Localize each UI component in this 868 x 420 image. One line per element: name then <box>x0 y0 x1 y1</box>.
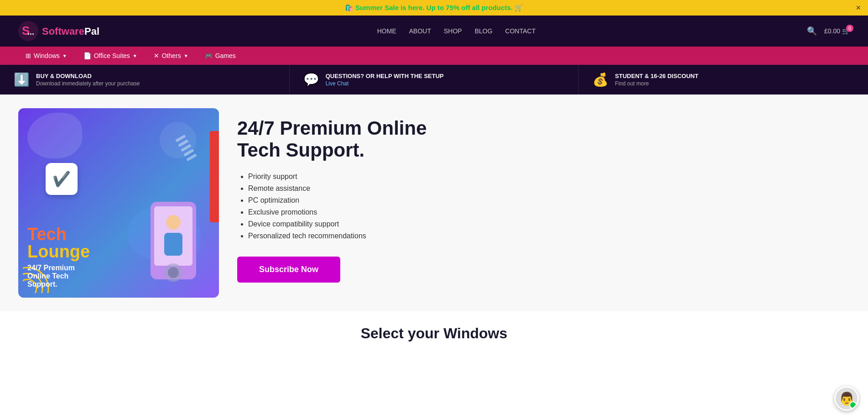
discount-icon: 💰 <box>593 72 608 87</box>
blob-decoration-1 <box>27 113 82 158</box>
info-discount-subtitle: Find out more <box>615 80 698 87</box>
feature-remote: Remote assistance <box>248 184 850 193</box>
chevron-down-icon: ▼ <box>133 53 137 58</box>
hero-title-tech: Tech <box>27 226 210 243</box>
hero-title-lounge: Lounge <box>27 243 210 260</box>
info-student-discount: 💰 STUDENT & 16-26 DISCOUNT Find out more <box>579 65 868 94</box>
banner-text: 🛍️ Summer Sale is here. Up to 75% off al… <box>345 4 523 12</box>
banner-close-button[interactable]: × <box>856 3 861 13</box>
games-icon: 🎮 <box>205 52 213 59</box>
info-buy-download: ⬇️ BUY & DOWNLOAD Download immediately a… <box>0 65 290 94</box>
subscribe-now-button[interactable]: Subscribe Now <box>237 257 340 283</box>
feature-tech-rec: Personalized tech recommendations <box>248 232 850 240</box>
logo-icon: S ... <box>18 21 38 41</box>
chevron-down-icon: ▼ <box>62 53 67 58</box>
cart-price: £0.00 <box>824 27 840 35</box>
info-buy-title: BUY & DOWNLOAD <box>36 73 140 79</box>
windows-icon: ⊞ <box>26 52 31 59</box>
others-icon: ✕ <box>154 52 159 59</box>
header-right: 🔍 £0.00 🛒 0 <box>807 26 850 36</box>
nav-about[interactable]: ABOUT <box>409 27 431 35</box>
hero-subtitle: 24/7 PremiumOnline TechSupport. <box>27 264 210 289</box>
nav-shop[interactable]: SHOP <box>444 27 462 35</box>
info-buy-text: BUY & DOWNLOAD Download immediately afte… <box>36 73 140 87</box>
hero-image: ✔️ Tech Lounge 24/7 PremiumOnline TechSu… <box>18 108 219 298</box>
nav-home[interactable]: HOME <box>377 27 396 35</box>
search-icon[interactable]: 🔍 <box>807 26 817 36</box>
select-windows-title: Select your Windows <box>18 325 850 342</box>
main-content: ✔️ Tech Lounge 24/7 PremiumOnline TechSu… <box>0 94 868 311</box>
download-icon: ⬇️ <box>14 72 30 87</box>
cat-windows[interactable]: ⊞ Windows ▼ <box>18 47 74 65</box>
main-heading: 24/7 Premium OnlineTech Support. <box>237 117 850 162</box>
info-bar: ⬇️ BUY & DOWNLOAD Download immediately a… <box>0 65 868 94</box>
office-icon: 📄 <box>83 52 91 59</box>
top-banner: 🛍️ Summer Sale is here. Up to 75% off al… <box>0 0 868 16</box>
features-list: Priority support Remote assistance PC op… <box>237 173 850 240</box>
info-questions: 💬 QUESTIONS? OR HELP WITH THE SETUP Live… <box>290 65 579 94</box>
red-accent-bar <box>210 131 219 222</box>
info-buy-subtitle: Download immediately after your purchase <box>36 80 140 87</box>
cat-office-suites[interactable]: 📄 Office Suites ▼ <box>76 47 145 65</box>
info-questions-text: QUESTIONS? OR HELP WITH THE SETUP Live C… <box>326 73 444 87</box>
cart-badge: 0 <box>846 25 853 32</box>
category-nav: ⊞ Windows ▼ 📄 Office Suites ▼ ✕ Others ▼… <box>0 47 868 65</box>
bottom-section: Select your Windows <box>0 311 868 356</box>
chevron-down-icon: ▼ <box>184 53 188 58</box>
cat-others[interactable]: ✕ Others ▼ <box>146 47 196 65</box>
info-discount-text: STUDENT & 16-26 DISCOUNT Find out more <box>615 73 698 87</box>
nav-contact[interactable]: CONTACT <box>505 27 536 35</box>
cat-office-label: Office Suites <box>94 52 130 59</box>
right-content: 24/7 Premium OnlineTech Support. Priorit… <box>237 108 850 292</box>
nav-blog[interactable]: BLOG <box>475 27 493 35</box>
feature-device: Device compatibility support <box>248 220 850 228</box>
cat-others-label: Others <box>162 52 181 59</box>
svg-text:Pal: Pal <box>84 26 99 37</box>
cat-games-label: Games <box>215 52 236 59</box>
live-chat-link[interactable]: Live Chat <box>326 80 444 87</box>
check-bubble: ✔️ <box>46 163 78 195</box>
cat-windows-label: Windows <box>34 52 60 59</box>
feature-promotions: Exclusive promotions <box>248 208 850 216</box>
svg-text:Software: Software <box>42 26 84 37</box>
svg-text:...: ... <box>27 27 34 37</box>
feature-pc-opt: PC optimization <box>248 196 850 205</box>
header: S ... Software Pal HOME ABOUT SHOP BLOG … <box>0 16 868 47</box>
main-nav: HOME ABOUT SHOP BLOG CONTACT <box>377 27 535 35</box>
info-discount-title: STUDENT & 16-26 DISCOUNT <box>615 73 698 79</box>
cat-games[interactable]: 🎮 Games <box>198 47 243 65</box>
info-questions-title: QUESTIONS? OR HELP WITH THE SETUP <box>326 73 444 79</box>
feature-priority: Priority support <box>248 173 850 181</box>
chat-icon: 💬 <box>303 72 319 87</box>
logo-text-svg: Software Pal <box>42 23 106 39</box>
logo[interactable]: S ... Software Pal <box>18 21 106 41</box>
cart-button[interactable]: £0.00 🛒 0 <box>824 27 850 35</box>
